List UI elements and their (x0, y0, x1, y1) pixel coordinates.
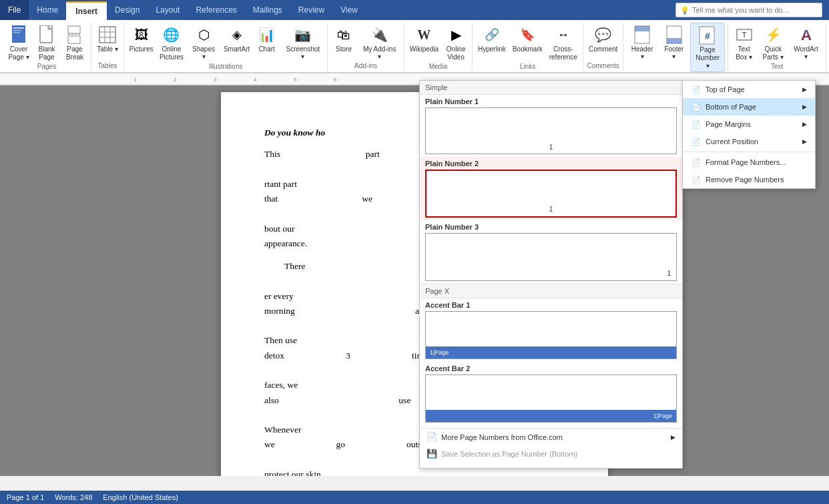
submenu-item-page-margins[interactable]: 📄 Page Margins ▶ (683, 115, 815, 133)
online-pictures-icon: 🌐 (161, 24, 182, 45)
gallery-item-plain-number-3[interactable]: Plain Number 3 1 (420, 220, 682, 284)
screenshot-button[interactable]: 📷 Screenshot ▾ (281, 23, 324, 61)
gallery-item-plain-number-1[interactable]: Plain Number 1 1 (420, 95, 682, 157)
online-video-label: OnlineVideo (447, 45, 466, 61)
hyperlink-label: Hyperlink (478, 45, 506, 53)
tab-view[interactable]: View (332, 0, 366, 20)
header-label: Header ▾ (629, 45, 655, 60)
pages-group-label: Pages (5, 63, 88, 71)
tab-file[interactable]: File (0, 0, 29, 20)
svg-text:6: 6 (334, 77, 337, 83)
cover-page-button[interactable]: CoverPage ▾ (5, 23, 32, 63)
submenu-item-top-of-page[interactable]: 📄 Top of Page ▶ (683, 81, 815, 98)
svg-rect-5 (68, 26, 80, 33)
arrow-icon-current: ▶ (802, 138, 807, 145)
submenu-item-format-page-numbers[interactable]: 📄 Format Page Numbers... (683, 154, 815, 171)
quick-parts-icon: ⚡ (762, 24, 784, 45)
gallery-item-plain-number-2[interactable]: Plain Number 2 1 (420, 157, 682, 220)
table-button[interactable]: Table ▾ (94, 23, 121, 54)
svg-rect-14 (635, 26, 649, 31)
store-button[interactable]: 🛍 Store (330, 23, 356, 54)
pictures-icon: 🖼 (131, 24, 152, 45)
comment-button[interactable]: 💬 Comment (586, 23, 620, 54)
plain-number-1-label: Plain Number 1 (425, 97, 677, 105)
save-icon: 💾 (427, 449, 437, 459)
my-addins-label: My Add-ins ▾ (361, 45, 398, 60)
comment-label: Comment (589, 45, 617, 53)
cross-reference-button[interactable]: ↔ Cross-reference (547, 23, 580, 63)
text-group-label: Text (731, 63, 823, 71)
ribbon-group-pages: CoverPage ▾ BlankPage PageBreak Pages (3, 23, 91, 71)
shapes-button[interactable]: ⬡ Shapes ▾ (188, 23, 220, 61)
tables-group-label: Tables (94, 62, 121, 71)
addins-group-label: Add-ins (330, 62, 400, 71)
chart-label: Chart (258, 45, 274, 53)
wikipedia-button[interactable]: W Wikipedia (407, 23, 441, 54)
submenu-item-current-position[interactable]: 📄 Current Position ▶ (683, 133, 815, 150)
text-box-label: TextBox ▾ (736, 45, 752, 61)
tab-review[interactable]: Review (290, 0, 332, 20)
page-break-label: PageBreak (66, 45, 83, 61)
svg-rect-6 (68, 36, 80, 43)
status-words: Words: 248 (55, 493, 92, 501)
svg-rect-8 (99, 27, 115, 43)
my-addins-icon: 🔌 (369, 24, 390, 45)
quick-parts-button[interactable]: ⚡ QuickParts ▾ (758, 23, 788, 63)
svg-text:T: T (742, 31, 746, 39)
screenshot-icon: 📷 (292, 24, 314, 45)
page-break-button[interactable]: PageBreak (61, 23, 88, 63)
footer-button[interactable]: Footer ▾ (659, 23, 689, 61)
blank-page-label: BlankPage (38, 45, 55, 61)
bookmark-label: Bookmark (513, 45, 543, 53)
bookmark-button[interactable]: 🔖 Bookmark (510, 23, 545, 54)
header-button[interactable]: Header ▾ (626, 23, 658, 61)
hyperlink-button[interactable]: 🔗 Hyperlink (475, 23, 509, 54)
ribbon-group-comments: 💬 Comment Comments (583, 23, 623, 71)
tab-design[interactable]: Design (107, 0, 148, 20)
text-box-icon: T (734, 24, 755, 45)
tab-insert[interactable]: Insert (66, 1, 107, 20)
svg-text:A: A (801, 27, 812, 43)
gallery-item-accent-bar-2[interactable]: Accent Bar 2 1|Page (420, 362, 682, 425)
chart-button[interactable]: 📊 Chart (254, 23, 280, 54)
svg-text:1: 1 (133, 77, 137, 83)
my-addins-button[interactable]: 🔌 My Add-ins ▾ (358, 23, 401, 61)
gallery-section-page-x: Page X (420, 284, 682, 298)
smartart-button[interactable]: ◈ SmartArt (221, 23, 252, 54)
page-number-gallery: Simple Plain Number 1 1 P (419, 80, 683, 469)
wikipedia-icon: W (413, 24, 435, 45)
chart-icon: 📊 (256, 24, 278, 45)
blank-page-button[interactable]: BlankPage (33, 23, 60, 63)
quick-parts-label: QuickParts ▾ (763, 45, 784, 61)
comments-group-label: Comments (586, 62, 620, 71)
document-icon: 📄 (427, 432, 437, 442)
plain-number-1-preview: 1 (425, 107, 677, 154)
submenu-divider (683, 152, 815, 152)
ribbon-group-header-footer: Header ▾ Footer ▾ # PageNumber ▾ Header … (623, 23, 728, 71)
page-number-button[interactable]: # PageNumber ▾ (690, 23, 725, 72)
page-number-label: PageNumber ▾ (694, 46, 722, 70)
pictures-button[interactable]: 🖼 Pictures (127, 23, 156, 54)
media-group-label: Media (407, 63, 469, 71)
wordart-button[interactable]: A WordArt ▾ (789, 23, 823, 61)
online-video-button[interactable]: ▶ OnlineVideo (443, 23, 469, 63)
tab-mailings[interactable]: Mailings (245, 0, 290, 20)
more-page-numbers-button[interactable]: 📄 More Page Numbers from Office.com ▶ (420, 429, 682, 445)
save-selection-button: 💾 Save Selection as Page Number (Bottom) (420, 445, 682, 462)
svg-rect-16 (667, 38, 681, 43)
tab-layout[interactable]: Layout (148, 0, 188, 20)
shapes-label: Shapes ▾ (190, 45, 218, 60)
tab-home[interactable]: Home (29, 0, 66, 20)
cover-page-label: CoverPage ▾ (8, 45, 29, 61)
wordart-icon: A (796, 24, 817, 45)
shapes-icon: ⬡ (193, 24, 214, 45)
submenu-item-bottom-of-page[interactable]: 📄 Bottom of Page ▶ (683, 98, 815, 115)
gallery-section-simple: Simple (420, 81, 682, 95)
search-input[interactable] (692, 6, 818, 14)
gallery-item-accent-bar-1[interactable]: Accent Bar 1 1|Page (420, 298, 682, 362)
online-pictures-button[interactable]: 🌐 OnlinePictures (157, 23, 186, 63)
text-box-button[interactable]: T TextBox ▾ (731, 23, 757, 63)
tab-references[interactable]: References (188, 0, 244, 20)
comment-icon: 💬 (593, 24, 614, 45)
submenu-item-remove-page-numbers[interactable]: 📄 Remove Page Numbers (683, 171, 815, 188)
